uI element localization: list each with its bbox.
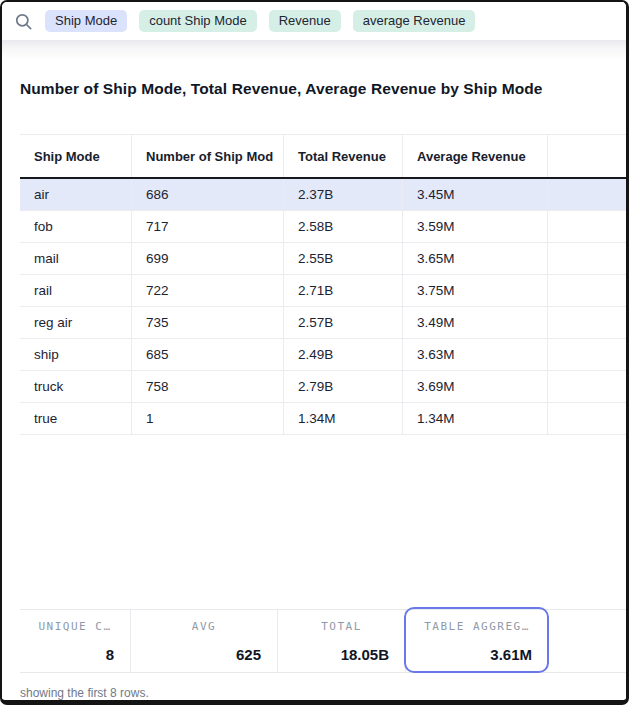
table-cell: 735 bbox=[132, 307, 284, 338]
summary-cell-empty bbox=[548, 610, 626, 672]
searchbar-shadow bbox=[2, 40, 626, 60]
table-header-row: Ship ModeNumber of Ship ModTotal Revenue… bbox=[20, 134, 626, 179]
summary-value: 8 bbox=[20, 646, 130, 663]
table-cell: 685 bbox=[132, 339, 284, 370]
summary-label: UNIQUE C… bbox=[20, 620, 130, 633]
table-row[interactable]: mail6992.55B3.65M bbox=[20, 243, 626, 275]
table-cell: 1.34M bbox=[403, 403, 548, 434]
table-cell: 699 bbox=[132, 243, 284, 274]
table-cell: 3.75M bbox=[403, 275, 548, 306]
summary-label: TOTAL bbox=[278, 620, 405, 633]
row-count-note: showing the first 8 rows. bbox=[2, 673, 626, 700]
table-cell: reg air bbox=[20, 307, 132, 338]
table-cell: 722 bbox=[132, 275, 284, 306]
table-row[interactable]: rail7222.71B3.75M bbox=[20, 275, 626, 307]
page-title: Number of Ship Mode, Total Revenue, Aver… bbox=[20, 80, 608, 98]
table-empty-area bbox=[2, 435, 626, 609]
table-cell: 3.59M bbox=[403, 211, 548, 242]
table-cell: truck bbox=[20, 371, 132, 402]
table-cell: 3.65M bbox=[403, 243, 548, 274]
search-token-average-revenue[interactable]: average Revenue bbox=[353, 10, 476, 32]
column-header-total-revenue[interactable]: Total Revenue bbox=[284, 135, 403, 177]
column-header-average-revenue[interactable]: Average Revenue bbox=[403, 135, 548, 177]
table-cell bbox=[548, 403, 626, 434]
table-cell: 2.57B bbox=[284, 307, 403, 338]
column-header-ship-mode[interactable]: Ship Mode bbox=[20, 135, 132, 177]
table-cell: 2.79B bbox=[284, 371, 403, 402]
table-cell: rail bbox=[20, 275, 132, 306]
summary-cell-avg[interactable]: AVG625 bbox=[131, 610, 278, 672]
table-row[interactable]: air6862.37B3.45M bbox=[20, 179, 626, 211]
search-icon[interactable] bbox=[14, 12, 33, 31]
table-cell: 2.37B bbox=[284, 179, 403, 210]
table-cell bbox=[548, 371, 626, 402]
table-cell: 2.58B bbox=[284, 211, 403, 242]
table-body: air6862.37B3.45Mfob7172.58B3.59Mmail6992… bbox=[20, 179, 626, 435]
table-cell: 1.34M bbox=[284, 403, 403, 434]
summary-cell-total[interactable]: TOTAL18.05B bbox=[278, 610, 406, 672]
table-cell: true bbox=[20, 403, 132, 434]
table-cell: 758 bbox=[132, 371, 284, 402]
table-cell: 2.55B bbox=[284, 243, 403, 274]
summary-value: 18.05B bbox=[278, 646, 405, 663]
table-cell: 686 bbox=[132, 179, 284, 210]
table-row[interactable]: truck7582.79B3.69M bbox=[20, 371, 626, 403]
table-cell: 3.49M bbox=[403, 307, 548, 338]
summary-label: AVG bbox=[131, 620, 277, 633]
search-token-count-ship-mode[interactable]: count Ship Mode bbox=[139, 10, 257, 32]
table-row[interactable]: ship6852.49B3.63M bbox=[20, 339, 626, 371]
table-cell: air bbox=[20, 179, 132, 210]
table-cell: 2.71B bbox=[284, 275, 403, 306]
table-cell bbox=[548, 307, 626, 338]
table-cell: mail bbox=[20, 243, 132, 274]
table-cell bbox=[548, 243, 626, 274]
table-cell bbox=[548, 211, 626, 242]
table-cell: 3.45M bbox=[403, 179, 548, 210]
app-window: Ship Modecount Ship ModeRevenueaverage R… bbox=[0, 0, 629, 705]
search-token-ship-mode[interactable]: Ship Mode bbox=[45, 10, 127, 32]
table-row[interactable]: true11.34M1.34M bbox=[20, 403, 626, 435]
summary-row: UNIQUE C…8AVG625TOTAL18.05BTABLE AGGREG…… bbox=[20, 609, 626, 673]
table-cell bbox=[548, 339, 626, 370]
table-cell: 1 bbox=[132, 403, 284, 434]
table-cell: 3.63M bbox=[403, 339, 548, 370]
search-token-revenue[interactable]: Revenue bbox=[269, 10, 341, 32]
result-panel: Number of Ship Mode, Total Revenue, Aver… bbox=[2, 60, 626, 700]
table-cell: 3.69M bbox=[403, 371, 548, 402]
table-cell: ship bbox=[20, 339, 132, 370]
table-cell: fob bbox=[20, 211, 132, 242]
table-cell bbox=[548, 179, 626, 210]
column-header-empty[interactable] bbox=[548, 135, 626, 177]
table-cell: 2.49B bbox=[284, 339, 403, 370]
search-bar[interactable]: Ship Modecount Ship ModeRevenueaverage R… bbox=[2, 2, 626, 40]
summary-value: 625 bbox=[131, 646, 277, 663]
search-token-list: Ship Modecount Ship ModeRevenueaverage R… bbox=[45, 10, 475, 32]
table-cell: 717 bbox=[132, 211, 284, 242]
summary-value: 3.61M bbox=[406, 646, 548, 663]
table-row[interactable]: fob7172.58B3.59M bbox=[20, 211, 626, 243]
table-cell bbox=[548, 275, 626, 306]
summary-cell-table-aggreg[interactable]: TABLE AGGREG…3.61M bbox=[406, 610, 548, 672]
table-row[interactable]: reg air7352.57B3.49M bbox=[20, 307, 626, 339]
summary-cell-unique-c[interactable]: UNIQUE C…8 bbox=[20, 610, 131, 672]
column-header-number-of-ship-mod[interactable]: Number of Ship Mod bbox=[132, 135, 284, 177]
summary-label: TABLE AGGREG… bbox=[406, 620, 548, 633]
results-table: Ship ModeNumber of Ship ModTotal Revenue… bbox=[20, 134, 626, 435]
